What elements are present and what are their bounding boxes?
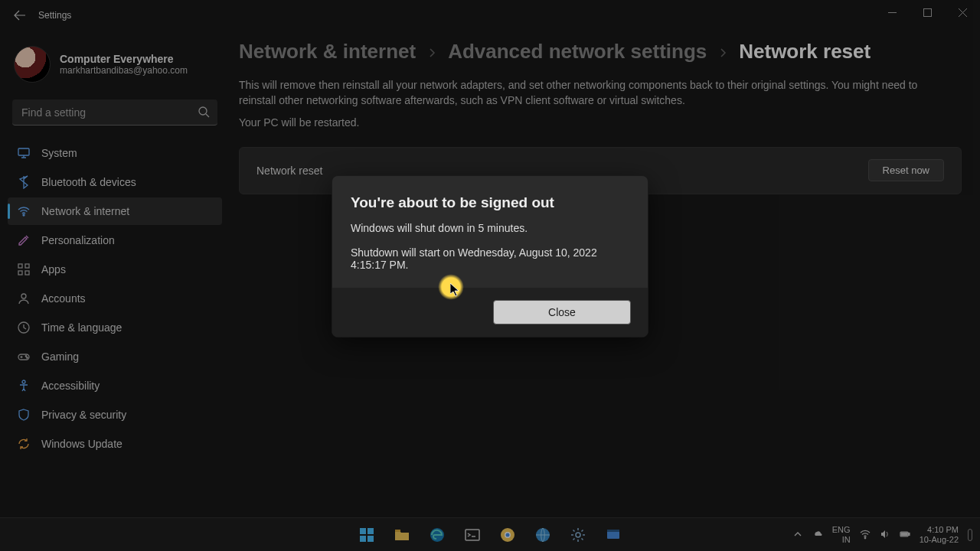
dialog-message-2: Shutdown will start on Wednesday, August…	[351, 246, 629, 271]
dialog-title: You're about to be signed out	[351, 194, 629, 211]
dialog-footer: Close	[332, 288, 648, 337]
signout-dialog: You're about to be signed out Windows wi…	[332, 175, 648, 337]
dialog-body: You're about to be signed out Windows wi…	[332, 176, 648, 288]
close-button[interactable]: Close	[493, 300, 631, 324]
dialog-message-1: Windows will shut down in 5 minutes.	[351, 222, 629, 234]
